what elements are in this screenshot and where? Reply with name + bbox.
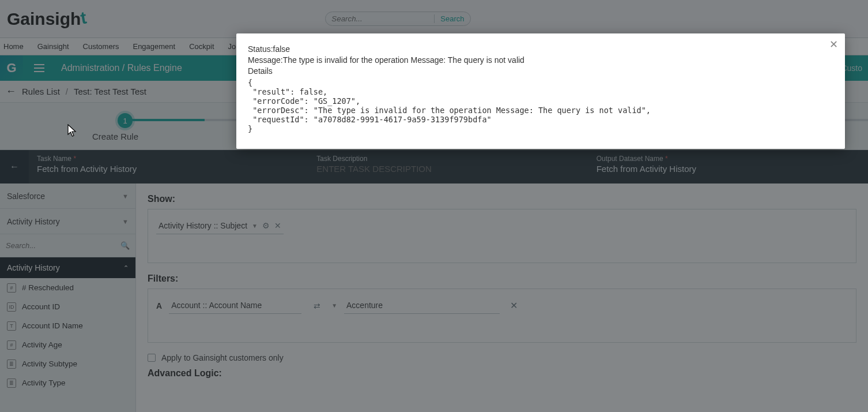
modal-json: { "result": false, "errorCode": "GS_1207… xyxy=(248,78,833,133)
modal-message: Message:The type is invalid for the oper… xyxy=(248,55,833,66)
error-modal: ✕ Status:false Message:The type is inval… xyxy=(236,33,845,149)
modal-details-label: Details xyxy=(248,66,833,77)
close-icon[interactable]: ✕ xyxy=(829,38,838,51)
modal-status: Status:false xyxy=(248,44,833,55)
